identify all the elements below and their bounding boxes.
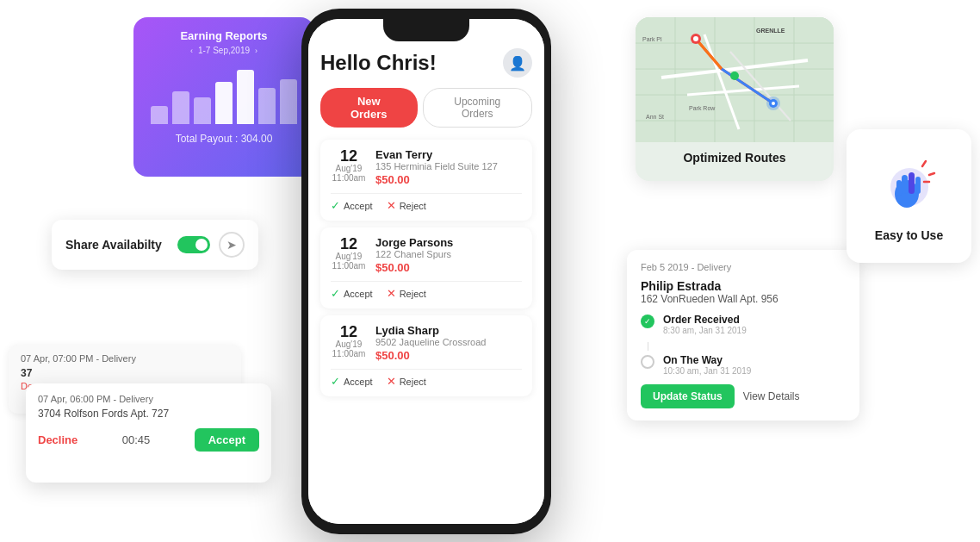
new-orders-tab[interactable]: New Orders: [320, 88, 418, 128]
upcoming-orders-tab[interactable]: Upcoming Orders: [423, 88, 532, 128]
status-time-1: 8:30 am, Jan 31 2019: [663, 326, 747, 335]
svg-point-17: [772, 102, 775, 105]
delivery-back-id: 37: [21, 367, 229, 379]
hand-icon-svg: [879, 151, 940, 211]
status-time-2: 10:30 am, Jan 31 2019: [663, 366, 751, 376]
order-month-3: Aug'19: [331, 340, 367, 349]
status-label-1: Order Received: [663, 314, 747, 326]
accept-label-3: Accept: [344, 377, 373, 387]
svg-line-29: [922, 161, 926, 166]
bar-6: [258, 88, 276, 124]
svg-rect-27: [915, 177, 921, 194]
earning-total: Total Payout : 304.00: [147, 133, 301, 145]
order-time-3: 11:00am: [331, 349, 367, 358]
svg-rect-25: [902, 175, 908, 194]
delivery-front-address: 3704 Rolfson Fords Apt. 727: [38, 408, 259, 420]
order-name-1: Evan Terry: [375, 148, 498, 161]
order-addr-1: 135 Herminia Field Suite 127: [375, 161, 498, 171]
order-price-1: $50.00: [375, 173, 498, 186]
order-card-1: 12 Aug'19 11:00am Evan Terry 135 Hermini…: [320, 140, 532, 221]
order-row-1: 12 Aug'19 11:00am Evan Terry 135 Hermini…: [331, 148, 522, 186]
svg-point-18: [730, 72, 739, 80]
order-price-3: $50.00: [375, 349, 486, 362]
update-status-button[interactable]: Update Status: [641, 384, 735, 408]
status-connector-line: [648, 342, 648, 351]
tap-icon: [879, 151, 940, 220]
phone-content: Hello Chris! 👤 New Orders Upcoming Order…: [308, 19, 544, 524]
phone-header: Hello Chris! 👤: [320, 48, 532, 78]
earning-reports-card: Earning Reports ‹ 1-7 Sep,2019 › Total P…: [133, 17, 314, 177]
map-background: Park Pl GRENLLE Park Row Ann St: [636, 17, 834, 142]
order-row-3: 12 Aug'19 11:00am Lydia Sharp 9502 Jaque…: [331, 324, 522, 362]
order-date-3: 12 Aug'19 11:00am: [331, 324, 367, 358]
easy-title: Easy to Use: [875, 228, 943, 242]
share-label: Share Availabilty: [65, 238, 162, 252]
order-addr-2: 122 Chanel Spurs: [375, 249, 453, 259]
bar-3: [194, 97, 211, 125]
status-actions: Update Status View Details: [641, 384, 846, 408]
bar-chart: [147, 64, 301, 124]
svg-text:Ann St: Ann St: [646, 114, 664, 120]
bar-4: [215, 82, 233, 124]
svg-rect-28: [896, 180, 902, 196]
decline-button[interactable]: Decline: [38, 433, 78, 446]
reject-order-3[interactable]: ✕ Reject: [387, 375, 426, 388]
order-info-1: Evan Terry 135 Herminia Field Suite 127 …: [375, 148, 498, 186]
order-card-3: 12 Aug'19 11:00am Lydia Sharp 9502 Jaque…: [320, 315, 532, 396]
easy-to-use-card: Easy to Use: [847, 129, 971, 263]
svg-line-30: [929, 173, 934, 175]
bar-7: [280, 79, 297, 125]
reject-label-2: Reject: [400, 289, 426, 299]
status-text-1: Order Received 8:30 am, Jan 31 2019: [663, 314, 747, 335]
order-day-2: 12: [331, 236, 367, 252]
status-dot-onway: [641, 355, 654, 369]
delivery-actions: Decline 00:45 Accept: [38, 428, 259, 452]
order-month-1: Aug'19: [331, 164, 367, 173]
bar-1: [151, 106, 168, 124]
order-row-2: 12 Aug'19 11:00am Jorge Parsons 122 Chan…: [331, 236, 522, 274]
status-address: 162 VonRueden Wall Apt. 956: [641, 293, 846, 305]
check-icon-3: ✓: [331, 375, 340, 388]
order-card-2: 12 Aug'19 11:00am Jorge Parsons 122 Chan…: [320, 227, 532, 308]
availability-toggle[interactable]: [177, 236, 210, 253]
status-item-1: Order Received 8:30 am, Jan 31 2019: [641, 314, 846, 335]
order-date-1: 12 Aug'19 11:00am: [331, 148, 367, 183]
svg-point-14: [693, 36, 698, 41]
accept-order-1[interactable]: ✓ Accept: [331, 199, 373, 212]
prev-date-chevron[interactable]: ‹: [190, 47, 193, 55]
accept-button[interactable]: Accept: [195, 428, 259, 452]
status-date: Feb 5 2019 - Delivery: [641, 262, 846, 272]
delivery-timer: 00:45: [122, 433, 151, 446]
share-availability-card: Share Availabilty ➤: [52, 220, 258, 270]
status-item-2: On The Way 10:30 am, Jan 31 2019: [641, 354, 846, 376]
reject-label-3: Reject: [400, 377, 426, 387]
reject-order-2[interactable]: ✕ Reject: [387, 287, 426, 300]
next-date-chevron[interactable]: ›: [255, 47, 257, 55]
share-arrow-icon[interactable]: ➤: [219, 232, 245, 258]
check-icon-2: ✓: [331, 287, 340, 300]
check-icon-1: ✓: [331, 199, 340, 212]
status-dot-received: [641, 315, 654, 328]
order-info-3: Lydia Sharp 9502 Jaqueline Crossroad $50…: [375, 324, 486, 362]
reject-label-1: Reject: [400, 201, 426, 211]
status-text-2: On The Way 10:30 am, Jan 31 2019: [663, 354, 751, 376]
accept-order-2[interactable]: ✓ Accept: [331, 287, 373, 300]
delivery-back-title: 07 Apr, 07:00 PM - Delivery: [21, 353, 229, 364]
map-card: Park Pl GRENLLE Park Row Ann St Optimize…: [636, 17, 834, 181]
map-title: Optimized Routes: [636, 142, 834, 170]
order-time-1: 11:00am: [331, 173, 367, 183]
order-addr-3: 9502 Jaqueline Crossroad: [375, 337, 486, 347]
order-date-2: 12 Aug'19 11:00am: [331, 236, 367, 271]
order-time-2: 11:00am: [331, 261, 367, 271]
order-tabs: New Orders Upcoming Orders: [320, 88, 532, 128]
reject-order-1[interactable]: ✕ Reject: [387, 199, 426, 212]
svg-text:Park Row: Park Row: [689, 105, 716, 111]
user-avatar: 👤: [503, 48, 532, 78]
x-icon-2: ✕: [387, 287, 396, 300]
view-details-link[interactable]: View Details: [743, 390, 800, 402]
bar-5: [237, 70, 254, 124]
order-name-3: Lydia Sharp: [375, 324, 486, 337]
share-controls: ➤: [177, 232, 245, 258]
accept-order-3[interactable]: ✓ Accept: [331, 375, 373, 388]
phone-mockup: Hello Chris! 👤 New Orders Upcoming Order…: [301, 9, 551, 534]
